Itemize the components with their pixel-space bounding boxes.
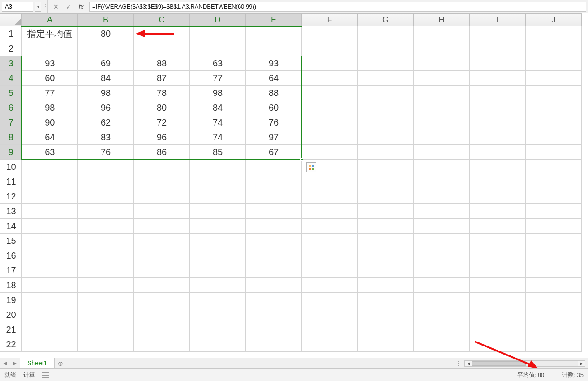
cell-H7[interactable] [414,115,470,130]
cell-F1[interactable] [302,26,358,41]
cell-A8[interactable]: 64 [22,130,78,145]
cell-J5[interactable] [526,86,582,100]
cell-D19[interactable] [190,293,246,307]
fx-icon[interactable]: fx [77,2,86,11]
cell-G10[interactable] [358,160,414,174]
cell-G4[interactable] [358,71,414,86]
cell-A11[interactable] [22,174,78,189]
cell-B17[interactable] [78,263,134,278]
cell-B16[interactable] [78,248,134,263]
cell-D18[interactable] [190,278,246,293]
row-header-19[interactable]: 19 [0,293,22,307]
cell-F3[interactable] [302,56,358,71]
cell-B9[interactable]: 76 [78,145,134,160]
cell-D12[interactable] [190,189,246,204]
cell-A3[interactable]: 93 [22,56,78,71]
cell-C14[interactable] [134,219,190,234]
cell-G20[interactable] [358,307,414,322]
column-header-D[interactable]: D [190,14,246,26]
row-header-13[interactable]: 13 [0,204,22,219]
cell-I11[interactable] [470,174,526,189]
cell-G22[interactable] [358,337,414,352]
cell-F18[interactable] [302,278,358,293]
cell-A1[interactable]: 指定平均值 [22,26,78,41]
cell-E7[interactable]: 76 [246,115,302,130]
horizontal-scrollbar[interactable]: ◀ ▶ [464,360,585,367]
cell-B8[interactable]: 83 [78,130,134,145]
cell-F9[interactable] [302,145,358,160]
cell-E5[interactable]: 88 [246,86,302,100]
cell-F13[interactable] [302,204,358,219]
cell-E22[interactable] [246,337,302,352]
cell-A14[interactable] [22,219,78,234]
cell-I14[interactable] [470,219,526,234]
cell-H18[interactable] [414,278,470,293]
column-header-I[interactable]: I [470,14,526,26]
cell-I2[interactable] [470,41,526,56]
cell-A6[interactable]: 98 [22,100,78,115]
cell-I3[interactable] [470,56,526,71]
cell-H20[interactable] [414,307,470,322]
cell-J4[interactable] [526,71,582,86]
cell-G2[interactable] [358,41,414,56]
cell-H2[interactable] [414,41,470,56]
cell-A15[interactable] [22,234,78,248]
cell-D5[interactable]: 98 [190,86,246,100]
cell-H12[interactable] [414,189,470,204]
scroll-thumb[interactable] [472,361,526,366]
cell-C17[interactable] [134,263,190,278]
cell-B13[interactable] [78,204,134,219]
cell-B14[interactable] [78,219,134,234]
grid-view-icon[interactable] [42,372,49,378]
row-header-6[interactable]: 6 [0,100,22,115]
row-header-3[interactable]: 3 [0,56,22,71]
cell-H3[interactable] [414,56,470,71]
cell-I5[interactable] [470,86,526,100]
cell-F6[interactable] [302,100,358,115]
cell-C22[interactable] [134,337,190,352]
cell-E19[interactable] [246,293,302,307]
cell-C15[interactable] [134,234,190,248]
cell-A21[interactable] [22,322,78,337]
cell-A2[interactable] [22,41,78,56]
cell-I19[interactable] [470,293,526,307]
cell-I6[interactable] [470,100,526,115]
cell-D2[interactable] [190,41,246,56]
cell-F17[interactable] [302,263,358,278]
cell-G21[interactable] [358,322,414,337]
name-box-dropdown[interactable]: ▾ [35,2,41,12]
cell-D1[interactable] [190,26,246,41]
cell-C13[interactable] [134,204,190,219]
cell-F12[interactable] [302,189,358,204]
formula-input[interactable]: =IF(AVERAGE($A$3:$E$9)=$B$1,A3,RANDBETWE… [89,2,586,12]
cell-F20[interactable] [302,307,358,322]
cell-E1[interactable] [246,26,302,41]
cell-H9[interactable] [414,145,470,160]
cell-B10[interactable] [78,160,134,174]
row-header-16[interactable]: 16 [0,248,22,263]
column-header-G[interactable]: G [358,14,414,26]
cell-F7[interactable] [302,115,358,130]
row-header-20[interactable]: 20 [0,307,22,322]
cell-C19[interactable] [134,293,190,307]
cell-D6[interactable]: 84 [190,100,246,115]
cell-A19[interactable] [22,293,78,307]
cell-A4[interactable]: 60 [22,71,78,86]
cell-D21[interactable] [190,322,246,337]
cell-E14[interactable] [246,219,302,234]
cell-A17[interactable] [22,263,78,278]
cell-J21[interactable] [526,322,582,337]
cell-I22[interactable] [470,337,526,352]
cell-H1[interactable] [414,26,470,41]
row-header-9[interactable]: 9 [0,145,22,160]
row-header-5[interactable]: 5 [0,86,22,100]
cell-F4[interactable] [302,71,358,86]
cell-I18[interactable] [470,278,526,293]
cell-J17[interactable] [526,263,582,278]
cell-F15[interactable] [302,234,358,248]
quick-analysis-icon[interactable] [306,162,316,172]
cell-E9[interactable]: 67 [246,145,302,160]
cell-E10[interactable] [246,160,302,174]
cell-H6[interactable] [414,100,470,115]
cell-C8[interactable]: 96 [134,130,190,145]
